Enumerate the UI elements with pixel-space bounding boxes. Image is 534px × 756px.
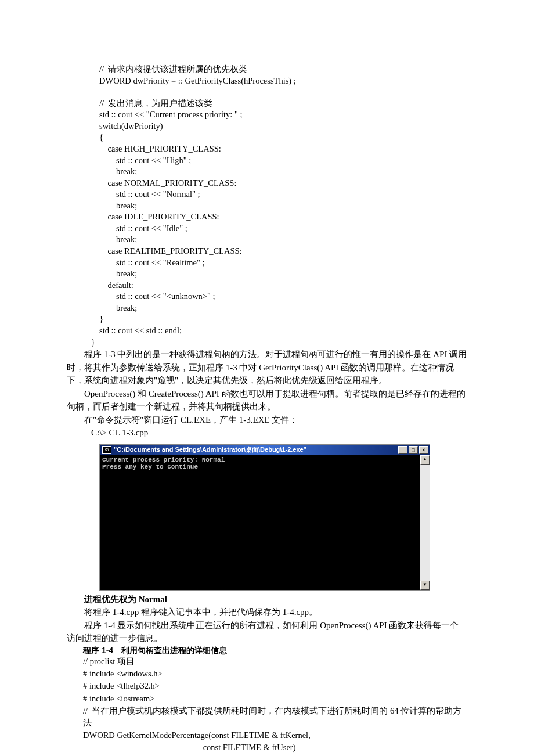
maximize-button[interactable]: □ — [409, 446, 418, 454]
scroll-track[interactable] — [420, 465, 430, 581]
console-output: Current process priority: Normal Press a… — [100, 455, 420, 590]
paragraph-2: OpenProcess() 和 CreateProcess() API 函数也可… — [67, 387, 467, 413]
paragraph-1: 程序 1-3 中列出的是一种获得进程句柄的方法。对于进程句柄可进行的惟一有用的操… — [67, 348, 467, 387]
document-page: // 请求内核提供该进程所属的优先权类 DWORD dwPriority = :… — [0, 0, 534, 756]
minimize-button[interactable]: _ — [398, 446, 407, 454]
window-titlebar: c\ "C:\Documents and Settings\Administra… — [100, 445, 430, 455]
paragraph-4: 将程序 1-4.cpp 程序键入记事本中，并把代码保存为 1-4.cpp。 — [67, 606, 467, 619]
code-close-brace: } — [67, 337, 467, 348]
paragraph-5: 程序 1-4 显示如何找出系统中正在运行的所有进程，如何利用 OpenProce… — [67, 619, 467, 645]
paragraph-3: 在"命令提示符"窗口运行 CL.EXE，产生 1-3.EXE 文件： — [67, 413, 467, 427]
scroll-down-button[interactable]: ▼ — [420, 581, 430, 590]
code-block-1: // 请求内核提供该进程所属的优先权类 DWORD dwPriority = :… — [67, 64, 467, 337]
vertical-scrollbar[interactable]: ▲ ▼ — [420, 455, 430, 590]
scroll-up-button[interactable]: ▲ — [420, 455, 430, 465]
console-body: Current process priority: Normal Press a… — [100, 455, 430, 590]
window-buttons: _ □ × — [397, 446, 430, 454]
code-block-2: // proclist 项目 # include <windows.h> # i… — [67, 656, 467, 756]
window-title-text: "C:\Documents and Settings\Administrator… — [114, 445, 397, 454]
command-prompt-window: c\ "C:\Documents and Settings\Administra… — [99, 444, 430, 591]
command-line: C:\> CL 1-3.cpp — [67, 426, 467, 440]
cmd-icon: c\ — [102, 446, 111, 454]
caption-normal: 进程优先权为 Normal — [67, 593, 467, 606]
close-button[interactable]: × — [419, 446, 428, 454]
program-1-4-heading: 程序 1-4 利用句柄查出进程的详细信息 — [67, 645, 467, 656]
